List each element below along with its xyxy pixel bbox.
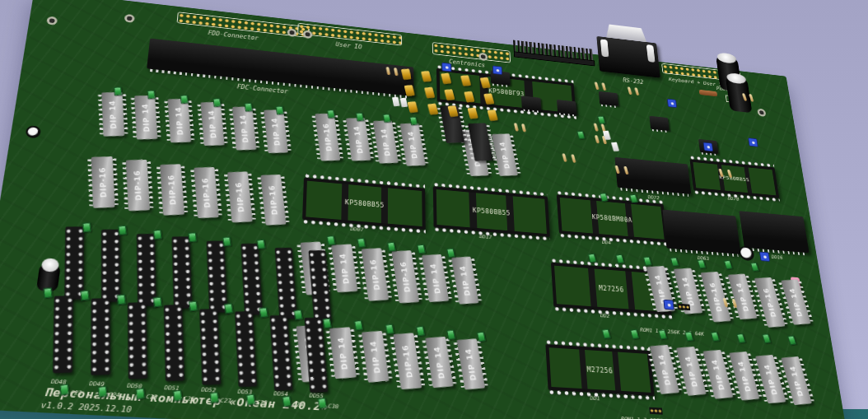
- capacitor-green: [189, 300, 198, 311]
- chip-label: DIP 14: [492, 133, 518, 176]
- capacitor-green: [416, 326, 425, 337]
- ic-socket-cpu: КР580ВМ80А DD4: [557, 194, 668, 242]
- capacitor-green: [417, 244, 426, 254]
- resistor: [628, 86, 632, 95]
- socket-label: КР580ВВ55: [693, 162, 776, 195]
- resistor: [595, 135, 600, 143]
- ref-designator: C24: [108, 391, 120, 399]
- trimmer-blue: [748, 137, 758, 147]
- ram-ic-socket: [269, 315, 292, 391]
- capacitor-green: [385, 324, 394, 334]
- rs232-db9-connector: [596, 36, 660, 78]
- ic-socket-ppi1: КР580ВВ55 DD07: [302, 178, 426, 230]
- capacitor-green: [446, 248, 455, 258]
- dip16-chip: DIP-16: [260, 175, 286, 226]
- resistor: [521, 123, 526, 132]
- capacitor-green: [597, 116, 605, 124]
- dip16-chip: DIP-16: [315, 114, 340, 161]
- dip14-chip: DIP 14: [400, 123, 426, 166]
- capacitor-green: [409, 117, 418, 126]
- ram-ic-socket: [64, 226, 84, 300]
- capacitor-green: [736, 333, 745, 343]
- capacitor-green: [82, 222, 91, 232]
- rom-jumper-header: [649, 407, 662, 415]
- dip14-chip: DIP 14: [331, 244, 357, 292]
- capacitor-green: [630, 329, 639, 339]
- ram-ic-socket: [275, 248, 297, 319]
- capacitor-green: [762, 333, 771, 343]
- ref-designator: C27: [220, 397, 231, 404]
- capacitor-green: [724, 260, 733, 269]
- capacitor-green: [601, 328, 610, 338]
- capacitor-green: [80, 290, 89, 300]
- ref-designator: C25: [146, 393, 157, 401]
- ic-socket-rom2: М27256 DD1: [545, 344, 654, 396]
- ref-designator: C29: [292, 401, 303, 408]
- socket-label: КР580ВВ55: [306, 181, 422, 226]
- ref-designator: DD2: [600, 313, 610, 319]
- capacitor-green: [98, 386, 108, 398]
- mounting-hole: [124, 14, 135, 23]
- dip16-chip: DIP-16: [126, 160, 150, 212]
- ref-designator: DD16: [771, 254, 783, 261]
- rom-jumper-note: ROM1 1-2 256K 2-3 64K: [640, 327, 704, 338]
- ref-designator: C28: [256, 399, 268, 407]
- trimmer-blue: [667, 99, 677, 108]
- capacitor-yellow: [407, 101, 418, 113]
- ref-designator: DD4: [602, 240, 612, 246]
- dip16-chip: DIP-16: [160, 164, 184, 215]
- dip14-chip: DIP 14: [264, 109, 288, 153]
- chip-label: DIP 14: [400, 123, 426, 166]
- dip16-chip: DIP-16: [227, 171, 253, 222]
- chip-label: DIP-16: [227, 171, 253, 222]
- ram-ic-socket: [164, 305, 184, 381]
- dip14-chip: DIP 14: [346, 118, 371, 161]
- capacitor-green: [117, 294, 126, 305]
- capacitor-green: [629, 194, 638, 203]
- chip-label: DIP-16: [362, 248, 389, 301]
- ref-designator: DD1: [590, 395, 600, 403]
- capacitor-green: [153, 296, 162, 307]
- chip-label: DIP 14: [232, 106, 256, 150]
- db9-screw-right: [646, 44, 656, 63]
- capacitor-green: [357, 238, 366, 248]
- ic-chip-dip8: [649, 116, 669, 131]
- capacitor-green: [276, 106, 284, 115]
- capacitor-green: [387, 242, 396, 252]
- resistor: [571, 154, 576, 162]
- ref-designator: DD70: [727, 196, 740, 203]
- ram-ic-socket: [309, 250, 332, 322]
- ram-ic-socket: [53, 296, 73, 373]
- socket-label: М27256: [549, 347, 651, 393]
- ic-chip-black: DD63: [662, 210, 740, 254]
- capacitor-green: [118, 226, 127, 235]
- resistor: [634, 87, 639, 95]
- capacitor-green: [114, 86, 122, 95]
- ic-chip-black: DD16: [739, 211, 809, 253]
- chip-label: DIP-16: [391, 250, 419, 303]
- ref-designator: DD07: [350, 226, 363, 233]
- ram-ic-socket: [172, 236, 193, 309]
- fdd-connector-label: FDD-Connector: [208, 30, 259, 41]
- chip-label: DIP 14: [134, 95, 157, 140]
- chip-label: DIP 14: [101, 92, 124, 137]
- chip-label: DIP 14: [362, 331, 390, 383]
- ic-socket-ppi2: КР580ВВ55 DD17: [433, 186, 550, 237]
- capacitor-green: [282, 396, 292, 407]
- trimmer-blue: [759, 252, 770, 262]
- chip-label: DIP-16: [160, 164, 184, 215]
- ref-designator: DD17: [479, 234, 492, 241]
- ic-chip-dip8: [521, 95, 541, 111]
- dip14-chip: DIP 14: [232, 106, 256, 150]
- capacitor-green: [670, 257, 679, 266]
- ref-designator: C30: [328, 403, 338, 410]
- capacitor-green: [173, 390, 183, 402]
- resistor: [514, 123, 519, 131]
- chip-label: DIP 14: [422, 254, 449, 302]
- capacitor-yellow: [424, 87, 435, 99]
- capacitor-green: [222, 236, 231, 246]
- dip14-chip: DIP 14: [167, 99, 191, 142]
- mounting-hole: [46, 16, 58, 26]
- power-diode: [699, 90, 718, 97]
- chip-label: DIP 14: [264, 109, 288, 153]
